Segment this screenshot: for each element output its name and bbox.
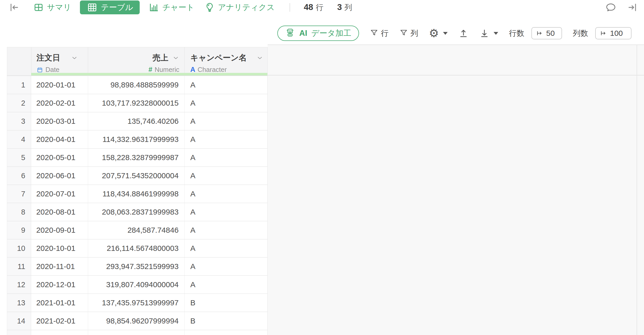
rows-limit-label: 行数 (509, 28, 524, 39)
sort-chevron-icon[interactable] (256, 54, 263, 61)
app-window: サマリ テーブル チャート (0, 0, 644, 335)
campaign-cell[interactable]: A (184, 258, 267, 275)
topbar-divider (290, 3, 290, 12)
sales-cell[interactable]: 118,434.88461999998 (88, 185, 185, 203)
sales-cell[interactable]: 158,228.32879999987 (88, 149, 185, 166)
campaign-cell[interactable]: A (184, 149, 267, 166)
sort-chevron-icon[interactable] (71, 54, 78, 61)
chevron-down-icon (494, 32, 498, 35)
sales-cell[interactable]: 135,746.40206 (88, 112, 185, 130)
column-header-order-date[interactable]: 注文日 Date (31, 47, 88, 73)
campaign-cell[interactable]: A (184, 112, 267, 130)
rows-limit-value[interactable] (546, 29, 557, 38)
sales-cell[interactable]: 98,854.96207999994 (88, 312, 185, 330)
ai-data-wrangling-button[interactable]: AI データ加工 (277, 26, 359, 41)
sales-cell[interactable]: 284,587.74846 (88, 221, 185, 239)
upload-button[interactable] (458, 28, 469, 38)
campaign-cell[interactable]: B (184, 312, 267, 330)
campaign-cell[interactable]: A (184, 239, 267, 257)
sales-cell[interactable]: 293,947.3521599993 (88, 258, 185, 275)
row-number-cell: 1 (7, 76, 31, 94)
chevron-down-icon (443, 32, 448, 35)
tab-summary[interactable]: サマリ (32, 1, 72, 14)
settings-menu-button[interactable]: ⚙ (429, 28, 448, 39)
order-date-cell[interactable]: 2020-11-01 (31, 258, 88, 275)
campaign-cell[interactable]: A (184, 130, 267, 148)
table-row[interactable]: 5 2020-05-01 158,228.32879999987 A (7, 149, 268, 167)
gear-icon: ⚙ (429, 28, 439, 39)
sales-cell[interactable]: 98,898.4888599999 (88, 76, 185, 94)
cols-limit-input[interactable] (595, 27, 631, 39)
campaign-cell[interactable]: B (184, 294, 267, 312)
sales-cell[interactable]: 137,435.97513999997 (88, 294, 185, 312)
order-date-cell[interactable]: 2020-05-01 (31, 149, 88, 166)
table-row[interactable]: 6 2020-06-01 207,571.54352000004 A (7, 167, 268, 185)
table-header: 注文日 Date 売上 (7, 47, 268, 73)
sales-cell[interactable]: 216,114.5674800003 (88, 239, 185, 257)
order-date-cell[interactable]: 2020-01-01 (31, 76, 88, 94)
order-date-cell[interactable]: 2020-09-01 (31, 221, 88, 239)
campaign-cell[interactable]: A (184, 167, 267, 185)
order-date-cell[interactable]: 2020-07-01 (31, 185, 88, 203)
row-number-cell: 3 (7, 112, 31, 130)
order-date-cell[interactable]: 2020-04-01 (31, 130, 88, 148)
comment-icon[interactable] (605, 2, 616, 13)
tab-table[interactable]: テーブル (80, 1, 140, 14)
header-underline (7, 73, 268, 76)
table-row[interactable]: 12 2020-12-01 319,807.4094000004 A (7, 276, 268, 294)
order-date-cell[interactable]: 2021-02-01 (31, 312, 88, 330)
row-number-cell: 10 (7, 239, 31, 257)
table-row[interactable]: 13 2021-01-01 137,435.97513999997 B (7, 294, 268, 312)
column-type-label: Numeric (155, 66, 180, 74)
character-type-icon: A (190, 66, 195, 74)
tab-chart[interactable]: チャート (147, 1, 195, 14)
column-header-sales[interactable]: 売上 # Numeric (88, 47, 185, 73)
rows-limit-input[interactable] (531, 27, 562, 39)
table-row[interactable]: 1 2020-01-01 98,898.4888599999 A (7, 76, 268, 94)
table-row[interactable]: 14 2021-02-01 98,854.96207999994 B (7, 312, 268, 330)
row-number-cell: 12 (7, 276, 31, 294)
table-toolbar: AI データ加工 行 列 ⚙ (0, 23, 644, 43)
campaign-cell[interactable]: A (184, 203, 267, 221)
campaign-cell[interactable]: A (184, 221, 267, 239)
table-row[interactable]: 8 2020-08-01 208,063.28371999983 A (7, 203, 268, 221)
collapse-left-icon[interactable] (9, 2, 20, 13)
sales-cell[interactable]: 207,571.54352000004 (88, 167, 185, 185)
sales-cell[interactable]: 103,717.92328000015 (88, 94, 185, 112)
order-date-cell[interactable]: 2020-02-01 (31, 94, 88, 112)
table-row[interactable]: 7 2020-07-01 118,434.88461999998 A (7, 185, 268, 203)
campaign-cell[interactable]: A (184, 94, 267, 112)
order-date-cell[interactable]: 2020-08-01 (31, 203, 88, 221)
order-date-cell[interactable]: 2020-10-01 (31, 239, 88, 257)
cols-limit-value[interactable] (610, 29, 627, 38)
row-number-cell: 8 (7, 203, 31, 221)
table-row[interactable]: 2 2020-02-01 103,717.92328000015 A (7, 94, 268, 112)
filter-cols-button[interactable]: 列 (399, 28, 418, 39)
campaign-cell[interactable]: A (184, 76, 267, 94)
filter-cols-label: 列 (411, 28, 418, 39)
row-number-cell: 7 (7, 185, 31, 203)
order-date-cell[interactable]: 2020-06-01 (31, 167, 88, 185)
table-row[interactable]: 11 2020-11-01 293,947.3521599993 A (7, 258, 268, 276)
sales-cell[interactable]: 208,063.28371999983 (88, 203, 185, 221)
campaign-cell[interactable]: A (184, 185, 267, 203)
table-row[interactable]: 3 2020-03-01 135,746.40206 A (7, 112, 268, 130)
sort-chevron-icon[interactable] (172, 54, 179, 61)
download-menu-button[interactable] (479, 28, 498, 38)
column-type-label: Character (198, 66, 227, 74)
order-date-cell[interactable]: 2020-12-01 (31, 276, 88, 294)
sales-cell[interactable]: 319,807.4094000004 (88, 276, 185, 294)
table-row[interactable]: 9 2020-09-01 284,587.74846 A (7, 221, 268, 239)
sales-cell[interactable]: 114,332.96317999993 (88, 130, 185, 148)
order-date-cell[interactable]: 2020-03-01 (31, 112, 88, 130)
filter-rows-button[interactable]: 行 (370, 28, 389, 39)
order-date-cell[interactable]: 2021-01-01 (31, 294, 88, 312)
indent-right-icon (536, 30, 543, 37)
collapse-right-icon[interactable] (627, 2, 638, 13)
table-row[interactable]: 4 2020-04-01 114,332.96317999993 A (7, 130, 268, 149)
column-header-campaign[interactable]: キャンペーン名 A Character (184, 47, 267, 73)
row-count-unit: 行 (316, 2, 323, 13)
tab-analytics[interactable]: アナリティクス (203, 1, 276, 14)
campaign-cell[interactable]: A (184, 276, 267, 294)
table-row[interactable]: 10 2020-10-01 216,114.5674800003 A (7, 239, 268, 258)
